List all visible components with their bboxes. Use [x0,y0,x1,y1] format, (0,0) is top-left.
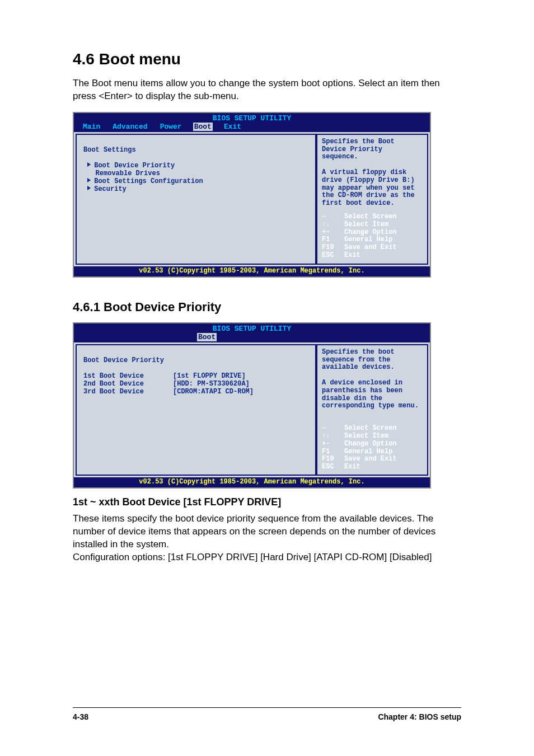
triangle-icon [87,186,91,190]
bios-item: Removable Drives [96,170,160,177]
bios-row-value: [CDROM:ATAPI CD-ROM] [173,388,254,396]
key-desc: Select Item [344,433,388,440]
bios-item: Boot Device Priority [94,162,175,170]
option-heading: 1st ~ xxth Boot Device [1st FLOPPY DRIVE… [73,496,461,508]
bios-row-value: [1st FLOPPY DRIVE] [173,372,246,380]
bios-row-label: 2nd Boot Device [83,380,173,388]
key: F10 [322,456,344,463]
bios-help-text: Specifies the boot sequence from the ava… [322,349,423,410]
bios-tab-bar: Boot [74,333,430,342]
bios-item: Security [94,185,127,193]
bios-section-title: Boot Device Priority [83,356,164,364]
bios-left-pane: Boot Settings Boot Device Priority Remov… [76,134,316,265]
bios-tab-boot: Boot [193,123,213,131]
key: ESC [322,463,344,471]
page-number: 4-38 [73,712,88,721]
intro-text: The Boot menu items allow you to change … [73,77,461,103]
key-desc: General Help [344,448,392,456]
bios-utility-title: BIOS SETUP UTILITY [74,113,430,123]
bios-copyright-footer: v02.53 (C)Copyright 1985-2003, American … [74,477,430,487]
key-desc: Change Option [344,440,397,448]
key: ↔ [322,213,344,221]
key-desc: Save and Exit [344,456,397,463]
section-heading: 4.6 Boot menu [73,50,461,68]
key: +- [322,440,344,448]
key: ↑↓ [322,433,344,440]
key: F1 [322,448,344,456]
key-desc: Change Option [344,229,397,237]
bios-key-legend: ↔Select Screen ↑↓Select Item +-Change Op… [322,213,423,260]
bios-screenshot-boot-priority: BIOS SETUP UTILITY Boot Boot Device Prio… [73,322,431,489]
key: F10 [322,244,344,252]
subsection-heading: 4.6.1 Boot Device Priority [73,300,461,314]
bios-tab-exit: Exit [223,123,242,131]
key: ↑↓ [322,221,344,229]
bios-key-legend: ↔Select Screen ↑↓Select Item +-Change Op… [322,425,423,471]
bios-section-title: Boot Settings [83,146,136,154]
key-desc: Save and Exit [344,244,397,252]
triangle-icon [87,178,91,182]
bios-copyright-footer: v02.53 (C)Copyright 1985-2003, American … [74,266,430,276]
bios-item: Boot Settings Configuration [94,177,203,185]
bios-tab-advanced: Advanced [111,123,148,131]
bios-row-label: 3rd Boot Device [83,388,173,396]
chapter-label: Chapter 4: BIOS setup [378,712,461,721]
key-desc: Select Screen [344,213,397,221]
bios-utility-title: BIOS SETUP UTILITY [74,323,430,333]
bios-left-pane: Boot Device Priority 1st Boot Device[1st… [76,344,316,476]
key-desc: Exit [344,463,360,471]
bios-help-pane: Specifies the Boot Device Priority seque… [316,134,428,265]
key-desc: Select Screen [344,425,397,433]
bios-row-label: 1st Boot Device [83,372,173,380]
bios-row-value: [HDD: PM-ST330620A] [173,380,250,388]
bios-tab-boot: Boot [197,333,217,341]
option-body: These items specify the boot device prio… [73,513,461,564]
bios-screenshot-boot-settings: BIOS SETUP UTILITY Main Advanced Power B… [73,112,431,278]
key-desc: General Help [344,236,392,244]
bios-help-pane: Specifies the boot sequence from the ava… [316,344,428,476]
key: +- [322,229,344,237]
bios-tab-power: Power [159,123,183,131]
page-footer: 4-38 Chapter 4: BIOS setup [73,707,461,721]
key: F1 [322,236,344,244]
triangle-icon [87,162,91,167]
key-desc: Select Item [344,221,388,229]
key-desc: Exit [344,252,360,260]
bios-help-text: Specifies the Boot Device Priority seque… [322,138,423,208]
bios-tab-main: Main [82,123,101,131]
bios-tab-bar: Main Advanced Power Boot Exit [74,123,430,132]
key: ↔ [322,425,344,433]
key: ESC [322,252,344,260]
